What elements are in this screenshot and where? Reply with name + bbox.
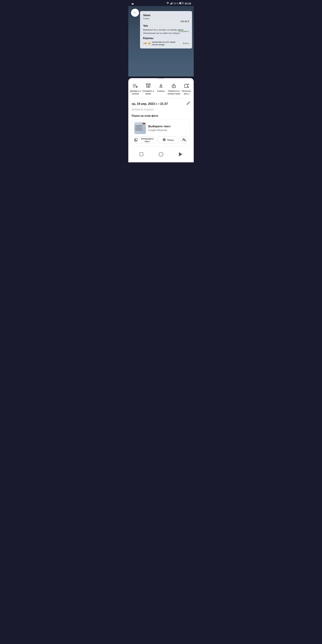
- lens-sub-text: Google Объектив: [148, 129, 171, 132]
- recent-apps-icon: [140, 152, 143, 156]
- more-label: Ис­поль­зо­вать к: [180, 90, 193, 95]
- svg-rect-0: [170, 4, 170, 4]
- back-button[interactable]: ←: [131, 9, 139, 17]
- home-icon: [159, 152, 163, 156]
- download-icon: [159, 83, 163, 88]
- receipt-sum-label: Сумма: [143, 18, 189, 20]
- battery-icon: [179, 2, 184, 5]
- send-to-archive-label: Отправить в архив: [142, 90, 154, 95]
- download-label: Скачать: [157, 90, 165, 92]
- home-button[interactable]: [158, 151, 164, 157]
- search-section-title: Поиск на этом фото: [132, 114, 190, 118]
- search-button[interactable]: Поиск: [157, 136, 179, 144]
- svg-rect-3: [172, 2, 173, 4]
- svg-point-18: [174, 86, 174, 87]
- recent-apps-button[interactable]: [138, 151, 144, 157]
- action-add-to-album[interactable]: Добавить в альбом: [129, 83, 142, 95]
- action-download[interactable]: Скачать: [155, 83, 167, 95]
- receipt-send-button[interactable]: Отправить: [178, 30, 189, 35]
- date-time-text: ср, 19 апр. 2023 г. • 21:37: [132, 102, 168, 106]
- crown-icon: 👑: [148, 42, 151, 45]
- edit-icon[interactable]: [186, 101, 190, 106]
- lens-search-icon: [162, 138, 166, 142]
- copy-text-label: Копировать текст: [139, 137, 156, 143]
- drag-handle: [158, 78, 164, 79]
- move-to-private-label: Перенести в личную папку: [167, 90, 180, 95]
- receipt-login-button[interactable]: Войти: [183, 42, 189, 44]
- action-move-to-private[interactable]: Перенести в личную папку: [167, 83, 180, 95]
- send-to-archive-icon: [146, 83, 150, 88]
- svg-rect-28: [135, 138, 137, 140]
- svg-rect-2: [172, 2, 172, 4]
- status-right: 32 % 22:34: [166, 2, 191, 5]
- svg-rect-1: [171, 3, 171, 4]
- action-send-to-archive[interactable]: Отправить в архив: [142, 83, 154, 95]
- lock-icon: [172, 83, 176, 88]
- lens-card: Выберите текст Google Объектив: [132, 120, 190, 146]
- caption-placeholder[interactable]: Добавьте подпись: [132, 108, 190, 111]
- back-arrow-icon: ←: [133, 10, 137, 15]
- lens-text-col: Выберите текст Google Объектив: [148, 125, 171, 132]
- photo-area: ← Заказ Сумма 299,98 ₽ Чек Бумажный чек …: [128, 6, 194, 76]
- cloud-icon: ☁: [131, 2, 134, 5]
- receipt-crowns-row: +49 👑 начислим за этот заказ после входа…: [143, 41, 189, 46]
- receipt-sum-value: 299,98 ₽: [143, 20, 189, 23]
- time: 22:34: [185, 2, 191, 5]
- nav-bar: [128, 149, 194, 159]
- copy-text-icon: [134, 138, 138, 142]
- back-nav-icon: [179, 152, 182, 156]
- svg-point-30: [164, 139, 165, 140]
- crowns-description: начислим за этот заказ после входа: [152, 41, 182, 46]
- person-icon: [182, 138, 186, 142]
- receipt-order-title: Заказ: [143, 14, 189, 17]
- status-left: ☁: [131, 2, 134, 5]
- wifi-icon: [166, 2, 169, 5]
- lens-buttons: Копировать текст Поиск: [134, 136, 188, 144]
- back-nav-button[interactable]: [178, 151, 184, 157]
- lens-thumbnail: [134, 122, 146, 134]
- action-row: Добавить в альбом Отправить в архив: [128, 82, 194, 98]
- lens-main-text: Выберите текст: [148, 125, 171, 128]
- crowns-plus: +49: [143, 42, 147, 44]
- bottom-sheet: Добавить в альбом Отправить в архив: [128, 78, 194, 162]
- lens-top-row: Выберите текст Google Объектив: [134, 122, 188, 134]
- svg-rect-19: [185, 84, 187, 88]
- share-icon: [184, 83, 189, 88]
- receipt-preview: Заказ Сумма 299,98 ₽ Чек Бумажный чек у …: [140, 11, 192, 48]
- svg-point-35: [183, 138, 184, 140]
- person-search-button[interactable]: [180, 136, 188, 144]
- add-to-album-label: Добавить в альбом: [129, 90, 142, 95]
- copy-text-button[interactable]: Копировать текст: [134, 136, 156, 144]
- info-section: ср, 19 апр. 2023 г. • 21:37 Добавьте под…: [128, 98, 194, 149]
- battery-percent: 32 %: [174, 2, 178, 5]
- receipt-crowns-title: Короны: [143, 37, 189, 40]
- search-label: Поиск: [167, 139, 174, 142]
- signal-icon: [170, 2, 173, 5]
- receipt-check-title: Чек: [143, 24, 189, 27]
- add-to-album-icon: [133, 83, 138, 88]
- svg-rect-6: [180, 2, 181, 4]
- svg-rect-5: [183, 3, 184, 4]
- svg-line-37: [186, 140, 186, 141]
- action-more[interactable]: Ис­поль­зо­вать к: [180, 83, 193, 95]
- date-row: ср, 19 апр. 2023 г. • 21:37: [132, 101, 190, 106]
- status-bar: ☁ 32 % 22:34: [128, 0, 194, 6]
